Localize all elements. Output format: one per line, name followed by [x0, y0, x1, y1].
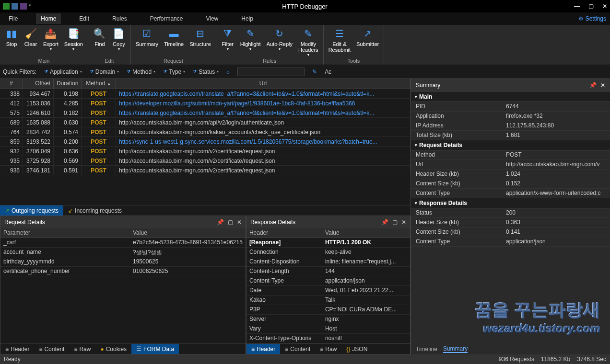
reqtab-header[interactable]: ≡Header: [0, 344, 34, 354]
table-row[interactable]: 5751246.6100.182POSThttps://translate.go…: [0, 108, 411, 118]
maximize-button[interactable]: ▢: [588, 3, 594, 10]
edit-resubmit-button[interactable]: ☰Edit & Resubmit: [326, 26, 353, 58]
highlight-button[interactable]: ✎Highlight▾: [237, 26, 264, 58]
summary-button[interactable]: ☑Summary: [133, 26, 161, 58]
clear-button[interactable]: 🧹Clear: [21, 26, 40, 58]
minimize-button[interactable]: —: [574, 3, 580, 10]
col-header-header[interactable]: Header: [246, 228, 322, 238]
close-pane-icon[interactable]: ✕: [237, 219, 242, 226]
settings-button[interactable]: ⚙ Settings: [578, 15, 606, 22]
pin-icon[interactable]: 📌: [589, 82, 597, 89]
autoreply-button[interactable]: ↻Auto-Reply▾: [264, 26, 295, 58]
list-item[interactable]: X-Content-Type-Optionsnosniff: [246, 334, 410, 343]
close-pane-icon[interactable]: ✕: [600, 82, 605, 89]
summary-tab-summary[interactable]: Summary: [443, 345, 468, 353]
ribbon-group-request: Request: [133, 58, 214, 64]
session-button[interactable]: 📑Session▾: [61, 26, 86, 58]
reqtab-formdata[interactable]: ☰FORM Data: [131, 344, 179, 354]
menu-performance[interactable]: Performance: [145, 13, 188, 24]
table-row[interactable]: 6891635.0880.630POSThttp://accountskakao…: [0, 118, 411, 127]
filter-button[interactable]: ⧩Filter▾: [218, 26, 237, 58]
col-header-method[interactable]: Method ▲: [82, 79, 116, 89]
find-button[interactable]: 🔍Find: [90, 26, 109, 58]
copy-button[interactable]: 📄Copy▾: [109, 26, 129, 58]
filter-status[interactable]: ⧩Status▾: [193, 68, 219, 75]
col-header-duration[interactable]: Duration: [54, 79, 82, 89]
filter-method[interactable]: ⧩Method▾: [127, 68, 155, 75]
search-input[interactable]: [237, 68, 305, 76]
export-icon: 📤: [44, 27, 58, 40]
response-details-pane: Response Details 📌▢✕ Header Value [Respo…: [246, 216, 411, 354]
tab-incoming[interactable]: ↙Incoming requests: [63, 205, 127, 216]
resptab-raw[interactable]: ≡Raw: [315, 344, 341, 354]
menu-home[interactable]: Home: [36, 13, 61, 24]
submitter-icon: ↗: [361, 27, 375, 40]
resptab-header[interactable]: ≡Header: [246, 344, 280, 354]
export-button[interactable]: 📤Export▾: [40, 26, 61, 58]
reqtab-cookies[interactable]: ●Cookies: [95, 344, 131, 354]
list-item[interactable]: Servernginx: [246, 315, 410, 324]
list-item[interactable]: VaryHost: [246, 324, 410, 334]
tab-outgoing[interactable]: ↗Outgoing requests: [0, 205, 63, 216]
list-item[interactable]: P3PCP='NOI CURa ADMa DE...: [246, 305, 410, 315]
menu-rules[interactable]: Rules: [107, 13, 132, 24]
menu-file[interactable]: File: [4, 13, 23, 24]
table-row[interactable]: 7642834.7420.574POSThttp://accountskakao…: [0, 127, 411, 137]
menu-help[interactable]: Help: [236, 13, 258, 24]
col-header-value[interactable]: Value: [130, 228, 246, 238]
summary-tab-timeline[interactable]: Timeline: [416, 346, 437, 353]
list-item: Content Size (kb)0.152: [411, 179, 610, 189]
modify-headers-button[interactable]: ✎Modify Headers▾: [295, 26, 321, 58]
timeline-button[interactable]: ▬Timeline: [161, 26, 187, 58]
edit-icon[interactable]: ✎: [312, 68, 317, 75]
col-header-value[interactable]: Value: [322, 228, 410, 238]
col-header-n[interactable]: #: [0, 79, 23, 89]
table-row[interactable]: 8593193.5220.200POSThttps://sync-1-us-we…: [0, 137, 411, 147]
col-header-parameter[interactable]: Parameter: [0, 228, 130, 238]
list-item[interactable]: DateWed, 01 Feb 2023 21:22:...: [246, 286, 410, 296]
table-row[interactable]: 9353725.9280.569POSThttp://accountskakao…: [0, 156, 411, 166]
table-row[interactable]: 9363746.1810.591POSThttp://accountskakao…: [0, 166, 411, 175]
list-item[interactable]: account_name?샐빌?샐빌: [0, 248, 246, 257]
summary-section-response[interactable]: Response Details: [411, 198, 610, 208]
close-pane-icon[interactable]: ✕: [401, 219, 406, 226]
search-icon[interactable]: ⌕: [226, 68, 230, 75]
list-item[interactable]: Connectionkeep-alive: [246, 248, 410, 257]
col-header-url[interactable]: Url: [116, 79, 411, 89]
resptab-content[interactable]: ≡Content: [280, 344, 315, 354]
reqtab-raw[interactable]: ≡Raw: [69, 344, 95, 354]
qa-icon-2[interactable]: [20, 3, 27, 10]
filter-domain[interactable]: ⧩Domain▾: [90, 68, 119, 75]
filter-type[interactable]: ⧩Type▾: [163, 68, 185, 75]
list-item[interactable]: birthday_yyyymmdd19500625: [0, 257, 246, 267]
filter-application[interactable]: ⧩Application▾: [44, 68, 82, 75]
table-row[interactable]: 9323706.0490.636POSThttp://accountskakao…: [0, 147, 411, 156]
qa-icon-1[interactable]: [12, 3, 18, 10]
summary-section-main[interactable]: Main: [411, 92, 610, 102]
stop-button[interactable]: ▮▮Stop: [2, 26, 21, 58]
pin-icon[interactable]: 📌: [217, 219, 224, 226]
menu-view[interactable]: View: [201, 13, 223, 24]
restore-icon[interactable]: ▢: [392, 219, 398, 226]
resptab-json[interactable]: {}JSON: [341, 344, 372, 354]
request-grid[interactable]: # Offset Duration Method ▲ Url 338934.46…: [0, 79, 411, 175]
table-row[interactable]: 338934.4670.198POSThttps://translate.goo…: [0, 89, 411, 99]
structure-button[interactable]: ⊟Structure: [187, 26, 214, 58]
col-header-offset[interactable]: Offset: [23, 79, 54, 89]
menu-edit[interactable]: Edit: [74, 13, 94, 24]
close-button[interactable]: ✕: [602, 3, 607, 10]
pin-icon[interactable]: 📌: [381, 219, 388, 226]
qa-dropdown-icon[interactable]: ▾: [29, 3, 35, 10]
summary-section-request[interactable]: Request Details: [411, 140, 610, 150]
list-item[interactable]: KakaoTalk: [246, 296, 410, 305]
table-row[interactable]: 4121153.0364.285POSThttps://developer.mo…: [0, 99, 411, 108]
list-item[interactable]: Content-Dispositioninline; filename="req…: [246, 257, 410, 267]
submitter-button[interactable]: ↗Submitter: [353, 26, 382, 58]
list-item[interactable]: [Response]HTTP/1.1 200 OK: [246, 238, 410, 248]
list-item[interactable]: Content-Length144: [246, 267, 410, 276]
list-item[interactable]: certificate_phone_number01006250625: [0, 267, 246, 276]
restore-icon[interactable]: ▢: [228, 219, 233, 226]
reqtab-content[interactable]: ≡Content: [34, 344, 69, 354]
list-item[interactable]: Content-Typeapplication/json: [246, 276, 410, 286]
list-item[interactable]: _csrfe7b2c54e-5238-473b-8691-913451e0621…: [0, 238, 246, 248]
